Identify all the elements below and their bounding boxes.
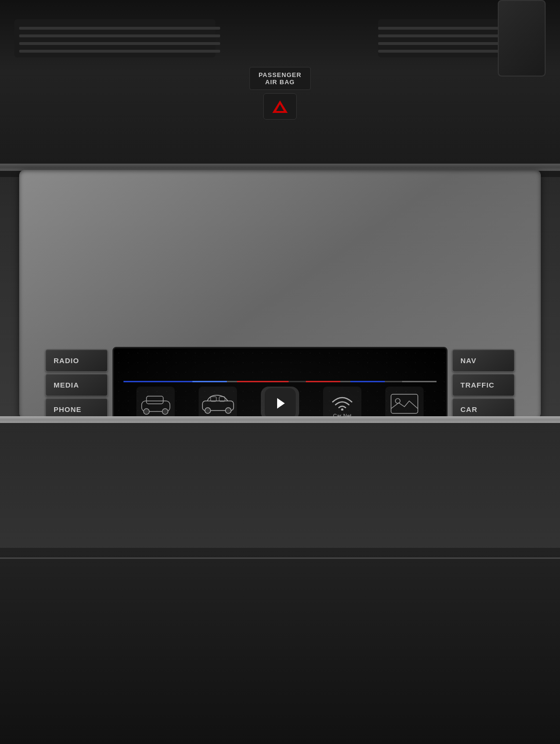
- screen-top-bars: [123, 381, 437, 382]
- car2-icon: [199, 387, 237, 420]
- apps-row: Car-Net: [114, 387, 446, 420]
- media-button[interactable]: MEDIA: [45, 374, 108, 396]
- svg-point-6: [225, 408, 231, 413]
- media-icon: [385, 387, 424, 420]
- vent-slats-left: [19, 19, 211, 57]
- hazard-button[interactable]: [263, 93, 297, 120]
- vent-left: [14, 19, 215, 57]
- app-car1[interactable]: [132, 387, 179, 420]
- carplay-symbol: [265, 388, 296, 419]
- silver-trim: [0, 416, 560, 423]
- app-car2[interactable]: [194, 387, 242, 420]
- radio-button[interactable]: RADIO: [45, 349, 108, 372]
- infotainment-unit: RADIO MEDIA PHONE VOICE NAV TRAFFIC CAR …: [19, 170, 541, 419]
- svg-rect-1: [146, 396, 163, 404]
- app-carnet[interactable]: Car-Net: [318, 387, 366, 420]
- airbag-label2: AIR BAG: [258, 78, 302, 86]
- app-media[interactable]: [381, 387, 428, 420]
- app-carplay[interactable]: [256, 387, 304, 420]
- svg-point-9: [341, 408, 344, 411]
- svg-point-11: [395, 399, 400, 403]
- bottom-trim: [0, 557, 560, 559]
- dashboard: PASSENGER AIR BAG RADIO MEDIA PHONE VOIC…: [0, 0, 560, 744]
- carplay-icon: [261, 387, 299, 420]
- svg-rect-10: [391, 394, 418, 413]
- svg-point-2: [144, 409, 149, 414]
- traffic-button[interactable]: TRAFFIC: [452, 374, 515, 396]
- airbag-indicator: PASSENGER AIR BAG: [249, 67, 311, 90]
- svg-point-3: [162, 409, 168, 414]
- bottom-console: [0, 548, 560, 744]
- airbag-label: PASSENGER: [258, 71, 302, 78]
- phone-mount: [498, 0, 546, 77]
- top-dashboard: PASSENGER AIR BAG: [0, 0, 560, 177]
- climate-area: ♨ A/C ⊞ ↺ OFF ❄ MAXA/C HI: [0, 423, 560, 557]
- svg-point-5: [205, 408, 211, 413]
- carnet-icon: Car-Net: [323, 387, 361, 420]
- hazard-triangle-icon: [272, 100, 288, 113]
- nav-button[interactable]: NAV: [452, 349, 515, 372]
- car1-icon: [136, 387, 175, 420]
